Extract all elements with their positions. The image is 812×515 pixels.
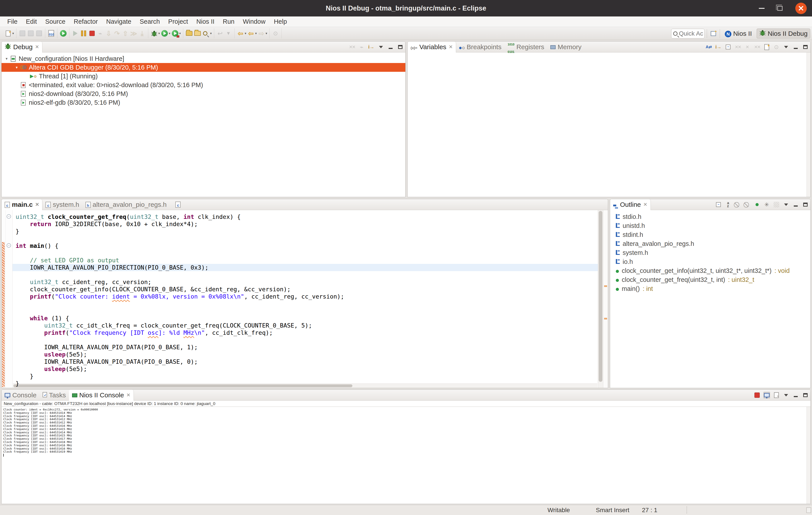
- debug-icon-dropdown[interactable]: ▾: [158, 31, 160, 35]
- close-tab-icon[interactable]: ✕: [35, 202, 39, 207]
- console-tab-tasks[interactable]: ✔Tasks: [39, 390, 69, 401]
- debug-tree-item-terminated-exit-value-0-nios2-download-8[interactable]: <terminated, exit value: 0>nios2-downloa…: [2, 81, 405, 89]
- menu-refactor[interactable]: Refactor: [70, 18, 102, 25]
- close-tab-icon[interactable]: ✕: [126, 392, 130, 398]
- perspective-nios-ii-debug[interactable]: Nios II Debug: [757, 29, 810, 38]
- run-icon-dropdown[interactable]: ▾: [169, 31, 171, 35]
- run-icon[interactable]: [161, 29, 169, 38]
- menu-help[interactable]: Help: [269, 18, 291, 25]
- maximize-view-icon[interactable]: [802, 392, 809, 398]
- external-tools-icon[interactable]: [171, 29, 179, 38]
- tree-twistie[interactable]: ▾: [14, 65, 20, 70]
- restore-window-icon[interactable]: [777, 6, 783, 11]
- console-tab-console[interactable]: Console: [2, 390, 39, 401]
- minimize-view-icon[interactable]: [792, 44, 799, 50]
- menu-run[interactable]: Run: [219, 18, 239, 25]
- tree-twistie[interactable]: ▾: [4, 56, 9, 61]
- console-scrollbar[interactable]: [807, 407, 810, 504]
- view-menu-icon[interactable]: [783, 201, 789, 208]
- close-tab-icon[interactable]: ✕: [449, 44, 453, 50]
- fold-collapse-icon[interactable]: −: [7, 243, 11, 248]
- overview-ruler[interactable]: [603, 210, 608, 388]
- maximize-view-icon[interactable]: [802, 44, 809, 50]
- open-resource-icon[interactable]: [193, 29, 202, 38]
- outline-include-system-h[interactable]: system.h: [610, 248, 810, 257]
- outline-include-io-h[interactable]: io.h: [610, 257, 810, 266]
- variables-tab-variables[interactable]: (x)=Variables✕: [408, 41, 456, 53]
- menu-navigate[interactable]: Navigate: [102, 18, 135, 25]
- outline-function-main[interactable]: main() : int: [610, 284, 810, 293]
- menu-nios-ii[interactable]: Nios II: [192, 18, 219, 25]
- debug-tree-item-thread-1-running[interactable]: ▶⚙Thread [1] (Running): [2, 72, 405, 81]
- folding-ruler[interactable]: −−: [5, 210, 12, 388]
- minimize-view-icon[interactable]: [792, 392, 799, 398]
- terminate-icon[interactable]: [88, 29, 96, 38]
- debug-tree-item-altera-cdi-gdb-debugger-8-30-20-5-16-pm[interactable]: ▾⚙⚙Altera CDI GDB Debugger (8/30/20, 5:1…: [2, 63, 405, 72]
- forward-icon-dropdown[interactable]: ▾: [266, 31, 267, 35]
- back-icon-dropdown[interactable]: ▾: [245, 31, 246, 35]
- maximize-view-icon[interactable]: [802, 201, 809, 208]
- debug-icon[interactable]: [150, 29, 158, 38]
- perspective-nios-ii[interactable]: NNios II: [722, 29, 754, 38]
- display-selected-console-icon[interactable]: [763, 392, 770, 398]
- sort-icon[interactable]: az: [725, 201, 731, 208]
- search-icon[interactable]: [202, 29, 210, 38]
- search-icon-dropdown[interactable]: ▾: [210, 31, 212, 35]
- minimize-view-icon[interactable]: [387, 44, 394, 50]
- new-project-icon[interactable]: [185, 29, 193, 38]
- new-wizard-icon-dropdown[interactable]: ▾: [12, 31, 14, 35]
- quick-access-input[interactable]: [679, 30, 703, 37]
- outline-include-altera-avalon-pio-regs-h[interactable]: altera_avalon_pio_regs.h: [610, 239, 810, 248]
- debug-tab-debug[interactable]: Debug✕: [2, 41, 42, 53]
- spelling-marker[interactable]: [604, 285, 607, 287]
- hide-non-public-icon[interactable]: [754, 201, 760, 208]
- suspend-icon[interactable]: [80, 29, 88, 38]
- external-tools-icon-dropdown[interactable]: ▾: [179, 31, 181, 35]
- outline-include-stdint-h[interactable]: stdint.h: [610, 230, 810, 239]
- variables-tab-registers[interactable]: 10100101Registers: [504, 41, 547, 53]
- console-tab-nios-ii-console[interactable]: Nios II Console✕: [69, 390, 134, 401]
- back-history-icon[interactable]: ⇦: [247, 29, 255, 38]
- spelling-marker[interactable]: [604, 318, 607, 320]
- outline-tab-outline[interactable]: Outline✕: [610, 199, 651, 210]
- editor-tab-system-h[interactable]: csystem.h: [42, 199, 82, 210]
- outline-function-clock-counter-get-info-uint32-t-uint32-t[interactable]: clock_counter_get_info(uint32_t, uint32_…: [610, 266, 810, 275]
- debug-tree-item-new-configuration-nios-ii-hardware[interactable]: ▾New_configuration [Nios II Hardware]: [2, 54, 405, 63]
- debug-tree-item-nios2-elf-gdb-8-30-20-5-16-pm[interactable]: nios2-elf-gdb (8/30/20, 5:16 PM): [2, 98, 405, 107]
- new-wizard-icon[interactable]: ✦: [4, 29, 12, 38]
- hide-static-icon[interactable]: ⃠: [744, 201, 751, 208]
- minimize-view-icon[interactable]: [792, 201, 799, 208]
- collapse-all-icon[interactable]: −: [715, 201, 722, 208]
- editor-tab-overflow-icon[interactable]: c: [170, 199, 184, 210]
- binary-010-icon[interactable]: 010: [47, 29, 55, 38]
- close-tab-icon[interactable]: ✕: [35, 44, 39, 50]
- maximize-view-icon[interactable]: [397, 44, 404, 50]
- editor-tab-altera-avalon-pio-regs-h[interactable]: haltera_avalon_pio_regs.h: [82, 199, 170, 210]
- outline-function-clock-counter-get-freq-uint32-t-int[interactable]: clock_counter_get_freq(uint32_t, int) : …: [610, 275, 810, 284]
- open-perspective-icon[interactable]: ✦: [709, 29, 718, 38]
- close-tab-icon[interactable]: ✕: [643, 202, 647, 207]
- collapse-all-icon[interactable]: −: [725, 44, 731, 50]
- show-logical-structures-icon[interactable]: i→: [715, 44, 722, 50]
- menu-source[interactable]: Source: [41, 18, 70, 25]
- step-filters-icon[interactable]: i→: [368, 44, 375, 50]
- link-with-editor-icon[interactable]: ✳: [763, 201, 770, 208]
- menu-search[interactable]: Search: [136, 18, 164, 25]
- back-icon[interactable]: ⇦: [236, 29, 245, 38]
- menu-edit[interactable]: Edit: [22, 18, 41, 25]
- fold-collapse-icon[interactable]: −: [7, 214, 11, 219]
- editor-tab-main-c[interactable]: cmain.c✕: [2, 199, 42, 210]
- remove-console-icon[interactable]: ✕: [773, 392, 780, 398]
- quick-access-box[interactable]: [671, 29, 704, 38]
- new-view-icon[interactable]: ✦: [763, 44, 770, 50]
- back-history-icon-dropdown[interactable]: ▾: [255, 31, 257, 35]
- outline-include-stdio-h[interactable]: stdio.h: [610, 212, 810, 221]
- variables-scrollbar[interactable]: [807, 53, 810, 197]
- menu-file[interactable]: File: [3, 18, 22, 25]
- view-menu-icon[interactable]: [783, 392, 789, 398]
- view-menu-icon[interactable]: [378, 44, 384, 50]
- menu-project[interactable]: Project: [164, 18, 192, 25]
- view-menu-icon[interactable]: [783, 44, 789, 50]
- editor-vertical-scrollbar[interactable]: [598, 210, 603, 388]
- minimize-window-icon[interactable]: [759, 8, 764, 9]
